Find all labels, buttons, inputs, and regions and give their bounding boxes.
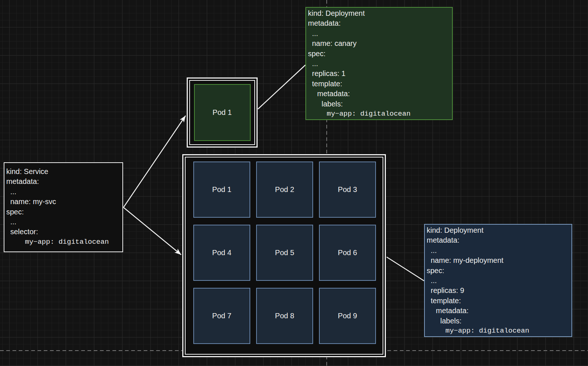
- pod[interactable]: Pod 2: [256, 162, 313, 218]
- yaml-line: metadata:: [306, 18, 452, 28]
- canary-pod-container[interactable]: Pod 1: [187, 77, 258, 148]
- diagram-canvas: kind: Servicemetadata:...name: my-svcspe…: [0, 0, 588, 366]
- pod[interactable]: Pod 1: [193, 162, 250, 218]
- pod-label: Pod 4: [212, 249, 231, 257]
- canary-manifest-connector[interactable]: [258, 65, 305, 109]
- pod[interactable]: Pod 5: [256, 225, 313, 281]
- canary-manifest-box[interactable]: kind: Deploymentmetadata:...name: canary…: [305, 7, 453, 120]
- yaml-line: name: my-deployment: [425, 256, 571, 265]
- yaml-line: kind: Deployment: [306, 8, 452, 18]
- pod-label: Pod 5: [275, 249, 294, 257]
- yaml-line: selector:: [4, 227, 122, 237]
- yaml-line: kind: Service: [4, 167, 122, 177]
- yaml-line: ...: [306, 29, 452, 39]
- pod-label: Pod 7: [212, 312, 231, 320]
- pod[interactable]: Pod 6: [319, 225, 376, 281]
- yaml-line: metadata:: [306, 89, 452, 99]
- pod-label: Pod 1: [212, 108, 232, 117]
- replica-pod-grid: Pod 1Pod 2Pod 3Pod 4Pod 5Pod 6Pod 7Pod 8…: [186, 157, 383, 354]
- yaml-line: ...: [425, 276, 571, 286]
- yaml-line: ...: [306, 59, 452, 69]
- pod-label: Pod 6: [338, 249, 357, 257]
- yaml-line: spec:: [425, 266, 571, 276]
- canary-pod-area: Pod 1: [190, 81, 254, 144]
- pod[interactable]: Pod 7: [193, 288, 250, 344]
- deployment-manifest-box[interactable]: kind: Deploymentmetadata:...name: my-dep…: [424, 224, 572, 337]
- pod-label: Pod 3: [338, 185, 357, 194]
- yaml-line: template:: [425, 296, 571, 306]
- pod-label: Pod 1: [212, 185, 231, 194]
- pod[interactable]: Pod 9: [319, 288, 376, 344]
- yaml-line: ...: [4, 187, 122, 197]
- service-manifest-box[interactable]: kind: Servicemetadata:...name: my-svcspe…: [4, 162, 123, 252]
- pod[interactable]: Pod 3: [319, 162, 376, 218]
- pod-label: Pod 8: [275, 312, 294, 320]
- yaml-line: metadata:: [425, 306, 571, 316]
- yaml-line: labels:: [425, 316, 571, 326]
- pod[interactable]: Pod 8: [256, 288, 313, 344]
- service-to-canary-arrow[interactable]: [123, 116, 186, 207]
- pod[interactable]: Pod 4: [193, 225, 250, 281]
- yaml-line: kind: Deployment: [425, 225, 571, 235]
- yaml-line: my−app: digitalocean: [425, 326, 571, 336]
- replica-pod-container[interactable]: Pod 1Pod 2Pod 3Pod 4Pod 5Pod 6Pod 7Pod 8…: [182, 154, 386, 357]
- yaml-line: template:: [306, 79, 452, 89]
- yaml-line: my−app: digitalocean: [4, 237, 122, 247]
- service-to-deployment-arrow[interactable]: [123, 207, 181, 255]
- yaml-line: my−app: digitalocean: [306, 109, 452, 119]
- yaml-line: metadata:: [4, 177, 122, 186]
- replica-pod-container-inner-border: Pod 1Pod 2Pod 3Pod 4Pod 5Pod 6Pod 7Pod 8…: [185, 157, 383, 355]
- pod[interactable]: Pod 1: [194, 84, 251, 141]
- yaml-line: metadata:: [425, 235, 571, 245]
- yaml-line: spec:: [306, 49, 452, 59]
- pod-label: Pod 2: [275, 185, 294, 194]
- canary-pod-container-inner-border: Pod 1: [189, 80, 255, 145]
- yaml-line: replicas: 1: [306, 69, 452, 79]
- yaml-line: name: my-svc: [4, 197, 122, 207]
- deployment-manifest-connector[interactable]: [387, 257, 424, 281]
- yaml-line: spec:: [4, 207, 122, 217]
- yaml-line: ...: [425, 246, 571, 256]
- pod-label: Pod 9: [338, 312, 357, 320]
- yaml-line: ...: [4, 217, 122, 227]
- yaml-line: labels:: [306, 99, 452, 109]
- yaml-line: name: canary: [306, 39, 452, 48]
- yaml-line: replicas: 9: [425, 286, 571, 296]
